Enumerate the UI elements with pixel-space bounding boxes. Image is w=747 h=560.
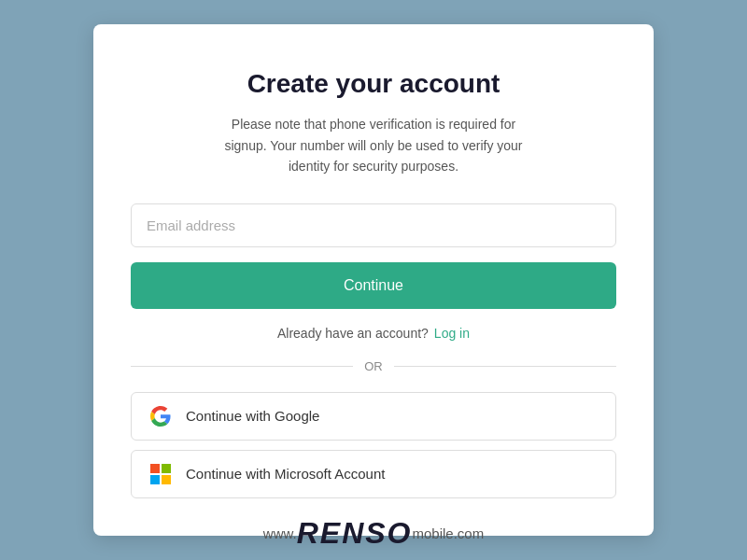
divider-line-left xyxy=(131,366,353,367)
or-divider: OR xyxy=(131,359,616,373)
footer-mobile: mobile.com xyxy=(412,525,484,541)
ms-square-red xyxy=(150,464,160,473)
email-input[interactable] xyxy=(131,203,616,247)
footer-brand: www. RENSO mobile.com xyxy=(263,516,484,551)
ms-square-yellow xyxy=(162,475,171,484)
login-row: Already have an account? Log in xyxy=(277,326,470,341)
footer-www: www. xyxy=(263,525,297,541)
continue-button[interactable]: Continue xyxy=(131,262,616,309)
ms-square-blue xyxy=(150,475,160,484)
subtitle-text: Please note that phone verification is r… xyxy=(215,114,532,176)
google-signin-button[interactable]: Continue with Google xyxy=(131,392,616,441)
google-button-label: Continue with Google xyxy=(186,408,319,424)
or-text: OR xyxy=(364,359,383,373)
microsoft-button-label: Continue with Microsoft Account xyxy=(186,466,385,482)
already-text: Already have an account? xyxy=(277,326,429,341)
google-icon xyxy=(150,406,171,427)
signup-card: Create your account Please note that pho… xyxy=(93,24,654,535)
login-link[interactable]: Log in xyxy=(434,326,470,341)
footer-renso: RENSO xyxy=(297,516,413,551)
divider-line-right xyxy=(394,366,616,367)
ms-square-green xyxy=(162,464,171,473)
page-title: Create your account xyxy=(247,69,500,99)
microsoft-icon xyxy=(150,464,171,484)
microsoft-signin-button[interactable]: Continue with Microsoft Account xyxy=(131,450,616,498)
